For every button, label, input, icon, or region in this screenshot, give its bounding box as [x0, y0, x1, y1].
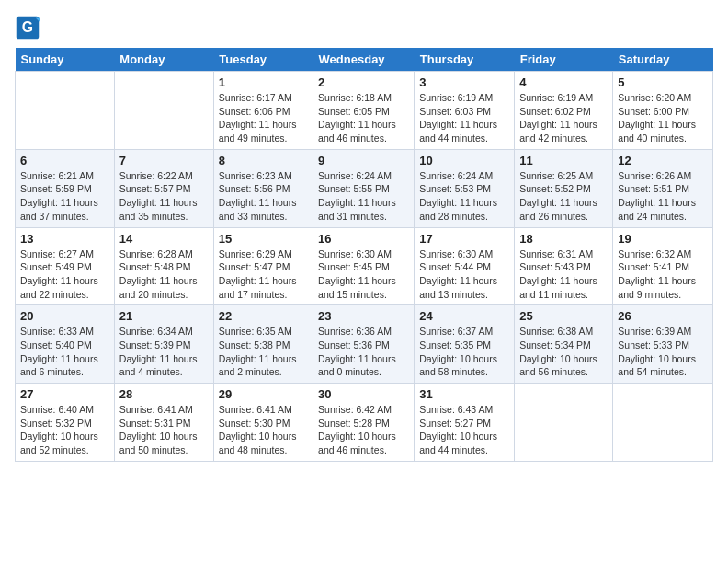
day-number: 28: [119, 387, 209, 401]
weekday-header-thursday: Thursday: [415, 48, 515, 72]
day-number: 31: [419, 387, 509, 401]
calendar-cell: 11Sunrise: 6:25 AM Sunset: 5:52 PM Dayli…: [515, 149, 613, 227]
day-number: 5: [618, 75, 708, 89]
calendar-cell: [16, 72, 115, 150]
calendar-cell: 5Sunrise: 6:20 AM Sunset: 6:00 PM Daylig…: [613, 72, 713, 150]
day-number: 15: [219, 232, 308, 246]
day-detail: Sunrise: 6:32 AM Sunset: 5:41 PM Dayligh…: [618, 247, 708, 302]
day-detail: Sunrise: 6:27 AM Sunset: 5:49 PM Dayligh…: [20, 247, 109, 302]
calendar-cell: 20Sunrise: 6:33 AM Sunset: 5:40 PM Dayli…: [16, 305, 115, 384]
calendar-cell: 27Sunrise: 6:40 AM Sunset: 5:32 PM Dayli…: [16, 384, 115, 462]
day-detail: Sunrise: 6:17 AM Sunset: 6:06 PM Dayligh…: [219, 91, 308, 145]
calendar-cell: 29Sunrise: 6:41 AM Sunset: 5:30 PM Dayli…: [213, 384, 313, 462]
calendar-cell: 12Sunrise: 6:26 AM Sunset: 5:51 PM Dayli…: [613, 149, 713, 227]
calendar-cell: 9Sunrise: 6:24 AM Sunset: 5:55 PM Daylig…: [313, 149, 415, 227]
day-number: 12: [618, 154, 708, 167]
weekday-header-friday: Friday: [515, 48, 613, 72]
day-detail: Sunrise: 6:41 AM Sunset: 5:31 PM Dayligh…: [119, 403, 209, 457]
calendar-cell: 15Sunrise: 6:29 AM Sunset: 5:47 PM Dayli…: [213, 227, 313, 305]
day-number: 25: [519, 309, 608, 323]
calendar-cell: [114, 72, 213, 150]
day-detail: Sunrise: 6:23 AM Sunset: 5:56 PM Dayligh…: [219, 169, 308, 224]
day-number: 8: [219, 154, 308, 167]
day-detail: Sunrise: 6:18 AM Sunset: 6:05 PM Dayligh…: [318, 91, 409, 145]
calendar-cell: 22Sunrise: 6:35 AM Sunset: 5:38 PM Dayli…: [213, 305, 313, 384]
day-number: 10: [419, 154, 509, 167]
day-number: 18: [519, 232, 608, 246]
calendar-cell: 23Sunrise: 6:36 AM Sunset: 5:36 PM Dayli…: [313, 305, 415, 384]
calendar-cell: 6Sunrise: 6:21 AM Sunset: 5:59 PM Daylig…: [16, 149, 115, 227]
day-number: 17: [419, 232, 509, 246]
day-number: 13: [20, 232, 109, 246]
calendar-cell: 14Sunrise: 6:28 AM Sunset: 5:48 PM Dayli…: [114, 227, 213, 305]
day-detail: Sunrise: 6:25 AM Sunset: 5:52 PM Dayligh…: [519, 169, 608, 224]
day-detail: Sunrise: 6:24 AM Sunset: 5:55 PM Dayligh…: [318, 169, 409, 224]
calendar-cell: 31Sunrise: 6:43 AM Sunset: 5:27 PM Dayli…: [415, 384, 515, 462]
calendar-cell: 18Sunrise: 6:31 AM Sunset: 5:43 PM Dayli…: [515, 227, 613, 305]
day-number: 20: [20, 309, 109, 323]
day-number: 2: [318, 75, 409, 89]
calendar-cell: [515, 384, 613, 462]
calendar-cell: 25Sunrise: 6:38 AM Sunset: 5:34 PM Dayli…: [515, 305, 613, 384]
day-detail: Sunrise: 6:26 AM Sunset: 5:51 PM Dayligh…: [618, 169, 708, 224]
day-detail: Sunrise: 6:37 AM Sunset: 5:35 PM Dayligh…: [419, 325, 509, 379]
day-detail: Sunrise: 6:35 AM Sunset: 5:38 PM Dayligh…: [219, 325, 308, 379]
day-number: 6: [20, 154, 109, 167]
day-number: 30: [318, 387, 409, 401]
day-number: 22: [219, 309, 308, 323]
calendar-cell: 30Sunrise: 6:42 AM Sunset: 5:28 PM Dayli…: [313, 384, 415, 462]
calendar-cell: 24Sunrise: 6:37 AM Sunset: 5:35 PM Dayli…: [415, 305, 515, 384]
day-detail: Sunrise: 6:29 AM Sunset: 5:47 PM Dayligh…: [219, 247, 308, 302]
calendar-cell: 16Sunrise: 6:30 AM Sunset: 5:45 PM Dayli…: [313, 227, 415, 305]
day-detail: Sunrise: 6:19 AM Sunset: 6:03 PM Dayligh…: [419, 91, 509, 145]
calendar-cell: [613, 384, 713, 462]
day-detail: Sunrise: 6:24 AM Sunset: 5:53 PM Dayligh…: [419, 169, 509, 224]
calendar-cell: 28Sunrise: 6:41 AM Sunset: 5:31 PM Dayli…: [114, 384, 213, 462]
day-number: 27: [20, 387, 109, 401]
calendar-cell: 10Sunrise: 6:24 AM Sunset: 5:53 PM Dayli…: [415, 149, 515, 227]
day-number: 9: [318, 154, 409, 167]
calendar-cell: 3Sunrise: 6:19 AM Sunset: 6:03 PM Daylig…: [415, 72, 515, 150]
day-detail: Sunrise: 6:33 AM Sunset: 5:40 PM Dayligh…: [20, 325, 109, 379]
calendar-cell: 13Sunrise: 6:27 AM Sunset: 5:49 PM Dayli…: [16, 227, 115, 305]
weekday-header-saturday: Saturday: [613, 48, 713, 72]
day-detail: Sunrise: 6:41 AM Sunset: 5:30 PM Dayligh…: [219, 403, 308, 457]
calendar-cell: 21Sunrise: 6:34 AM Sunset: 5:39 PM Dayli…: [114, 305, 213, 384]
calendar-cell: 17Sunrise: 6:30 AM Sunset: 5:44 PM Dayli…: [415, 227, 515, 305]
day-number: 16: [318, 232, 409, 246]
day-detail: Sunrise: 6:30 AM Sunset: 5:44 PM Dayligh…: [419, 247, 509, 302]
day-detail: Sunrise: 6:34 AM Sunset: 5:39 PM Dayligh…: [119, 325, 209, 379]
calendar-table: SundayMondayTuesdayWednesdayThursdayFrid…: [15, 48, 713, 462]
day-number: 19: [618, 232, 708, 246]
day-number: 3: [419, 75, 509, 89]
day-number: 29: [219, 387, 308, 401]
day-detail: Sunrise: 6:39 AM Sunset: 5:33 PM Dayligh…: [618, 325, 708, 379]
calendar-cell: 19Sunrise: 6:32 AM Sunset: 5:41 PM Dayli…: [613, 227, 713, 305]
day-detail: Sunrise: 6:38 AM Sunset: 5:34 PM Dayligh…: [519, 325, 608, 379]
day-detail: Sunrise: 6:20 AM Sunset: 6:00 PM Dayligh…: [618, 91, 708, 145]
day-number: 1: [219, 75, 308, 89]
day-number: 14: [119, 232, 209, 246]
calendar-cell: 8Sunrise: 6:23 AM Sunset: 5:56 PM Daylig…: [213, 149, 313, 227]
day-detail: Sunrise: 6:31 AM Sunset: 5:43 PM Dayligh…: [519, 247, 608, 302]
day-detail: Sunrise: 6:19 AM Sunset: 6:02 PM Dayligh…: [519, 91, 608, 145]
svg-text:G: G: [22, 19, 33, 35]
day-detail: Sunrise: 6:21 AM Sunset: 5:59 PM Dayligh…: [20, 169, 109, 224]
day-number: 11: [519, 154, 608, 167]
weekday-header-wednesday: Wednesday: [313, 48, 415, 72]
calendar-cell: 2Sunrise: 6:18 AM Sunset: 6:05 PM Daylig…: [313, 72, 415, 150]
weekday-header-tuesday: Tuesday: [213, 48, 313, 72]
day-detail: Sunrise: 6:42 AM Sunset: 5:28 PM Dayligh…: [318, 403, 409, 457]
weekday-header-sunday: Sunday: [16, 48, 115, 72]
day-number: 23: [318, 309, 409, 323]
day-number: 21: [119, 309, 209, 323]
day-detail: Sunrise: 6:40 AM Sunset: 5:32 PM Dayligh…: [20, 403, 109, 457]
day-detail: Sunrise: 6:30 AM Sunset: 5:45 PM Dayligh…: [318, 247, 409, 302]
calendar-cell: 4Sunrise: 6:19 AM Sunset: 6:02 PM Daylig…: [515, 72, 613, 150]
calendar-cell: 1Sunrise: 6:17 AM Sunset: 6:06 PM Daylig…: [213, 72, 313, 150]
day-detail: Sunrise: 6:28 AM Sunset: 5:48 PM Dayligh…: [119, 247, 209, 302]
day-number: 24: [419, 309, 509, 323]
day-detail: Sunrise: 6:36 AM Sunset: 5:36 PM Dayligh…: [318, 325, 409, 379]
logo-icon: G: [15, 15, 40, 40]
day-number: 4: [519, 75, 608, 89]
